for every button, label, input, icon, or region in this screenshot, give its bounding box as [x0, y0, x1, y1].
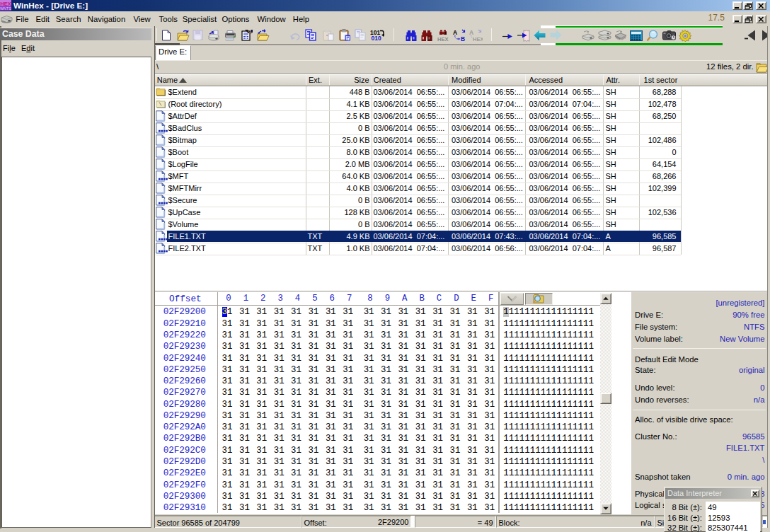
svg-text:WNTS: WNTS [0, 6, 11, 11]
svg-text:B: B [461, 35, 465, 42]
svg-text:HEX: HEX [437, 35, 448, 42]
svg-text:010: 010 [371, 35, 381, 41]
svg-text:HEX: HEX [473, 36, 483, 42]
svg-text:A: A [453, 29, 457, 36]
svg-text:A: A [469, 29, 473, 36]
